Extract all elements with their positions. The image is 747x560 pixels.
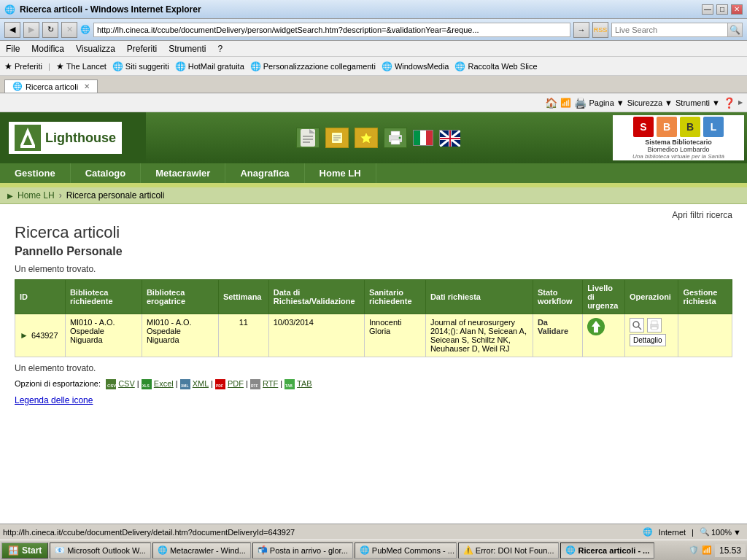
cell-settimana: 11: [218, 314, 268, 357]
scroll-right-icon[interactable]: ▶: [738, 99, 743, 106]
export-icon-rtf: RTF: [250, 379, 263, 388]
cell-bib-erog: MI010 - A.O. Ospedale Niguarda: [142, 314, 218, 357]
nav-catalogo[interactable]: Catalogo: [71, 163, 142, 183]
rss-button[interactable]: RSS: [592, 22, 608, 38]
header-italy-flag[interactable]: [413, 130, 433, 146]
svg-rect-30: [651, 321, 657, 324]
fav-raccolta[interactable]: 🌐 Raccolta Web Slice: [454, 61, 537, 71]
help-button[interactable]: ❓: [723, 97, 735, 109]
export-pdf[interactable]: PDF: [228, 379, 244, 388]
logo-icon: [15, 125, 41, 151]
header-uk-flag[interactable]: [439, 130, 460, 146]
export-tab[interactable]: TAB: [297, 379, 312, 388]
id-value: 643927: [31, 331, 58, 340]
tab-ricerca-articoli[interactable]: 🌐 Ricerca articoli ✕: [4, 79, 98, 93]
stop-button[interactable]: ✕: [61, 22, 77, 38]
svg-text:PDF: PDF: [216, 384, 223, 388]
header-print-icon[interactable]: [384, 128, 407, 148]
export-xml[interactable]: XML: [193, 379, 209, 388]
menu-file[interactable]: File: [6, 44, 20, 54]
fav-icon-5: 🌐: [382, 61, 392, 71]
tab-close-icon[interactable]: ✕: [84, 82, 90, 90]
breadcrumb-home[interactable]: Home LH: [18, 190, 55, 201]
fav-siti-label: Siti suggeriti: [125, 62, 169, 71]
rss-toolbar-icon[interactable]: 📶: [560, 98, 571, 108]
refresh-button[interactable]: ↻: [42, 22, 58, 38]
fav-windows-media[interactable]: 🌐 WindowsMedia: [382, 61, 449, 71]
svg-line-28: [638, 327, 641, 330]
status-badge: Da Validare: [538, 318, 568, 335]
cell-livello: [583, 314, 625, 357]
strumenti-button[interactable]: Strumenti ▼: [676, 98, 720, 107]
export-rtf[interactable]: RTF: [263, 379, 278, 388]
result-count-bottom: Un elemento trovato.: [15, 363, 732, 373]
fav-lancet[interactable]: ★ The Lancet: [56, 61, 107, 71]
th-stato: Stato workflow: [533, 280, 582, 314]
nav-home-lh[interactable]: Home LH: [305, 163, 376, 183]
fav-raccolta-label: Raccolta Web Slice: [468, 62, 537, 71]
panel-title: Pannello Personale: [15, 245, 732, 258]
table-row-1: ► 643927 MI010 - A.O. Ospedale Niguarda …: [15, 314, 732, 357]
back-button[interactable]: ◀: [4, 22, 20, 38]
header-star-icon[interactable]: [355, 128, 378, 148]
fav-icon-4: 🌐: [250, 61, 261, 71]
menu-modifica[interactable]: Modifica: [31, 44, 64, 54]
dettaglio-button[interactable]: Dettaglio: [630, 334, 665, 346]
favorites-button[interactable]: ★ Preferiti: [4, 61, 42, 71]
logo-box: Lighthouse: [9, 122, 122, 154]
nav-menu: Gestione Catalogo Metacrawler Anagrafica…: [0, 163, 747, 183]
menu-preferiti[interactable]: Preferiti: [127, 44, 157, 54]
cell-operazioni[interactable]: Dettaglio: [625, 314, 678, 357]
nav-gestione[interactable]: Gestione: [0, 163, 71, 183]
nav-metacrawler[interactable]: Metacrawler: [141, 163, 225, 183]
address-icon: 🌐: [80, 25, 90, 34]
maximize-button[interactable]: □: [716, 4, 728, 15]
address-input[interactable]: [93, 23, 570, 37]
print-icon[interactable]: 🖨️: [574, 97, 587, 109]
page-button[interactable]: Pagina ▼: [589, 98, 624, 107]
breadcrumb-bar: ▶ Home LH › Ricerca personale articoli: [0, 187, 747, 204]
cell-sanitario: Innocenti Gloria: [364, 314, 425, 357]
fav-siti[interactable]: 🌐 Siti suggeriti: [112, 61, 169, 71]
th-livello: Livello di urgenza: [583, 280, 625, 314]
go-button[interactable]: →: [573, 22, 589, 38]
nav-anagrafica[interactable]: Anagrafica: [225, 163, 304, 183]
filter-link[interactable]: Apri filtri ricerca: [672, 210, 732, 220]
header-edit-icon[interactable]: [325, 128, 349, 148]
tab-label: Ricerca articoli: [26, 82, 78, 91]
cell-gestione: [678, 314, 732, 357]
legend-link[interactable]: Legenda delle icone: [15, 395, 93, 405]
th-bib-erog: Biblioteca erogatrice: [142, 280, 218, 314]
home-icon[interactable]: 🏠: [545, 97, 557, 109]
menu-help[interactable]: ?: [218, 44, 223, 54]
svg-rect-2: [20, 145, 35, 148]
print-op-button[interactable]: [647, 318, 662, 332]
close-button[interactable]: ✕: [731, 4, 743, 15]
svg-rect-16: [391, 131, 400, 136]
browser-icon: 🌐: [4, 4, 15, 15]
sicurezza-button[interactable]: Sicurezza ▼: [627, 98, 673, 107]
export-csv[interactable]: CSV: [118, 379, 135, 388]
header-doc-icon[interactable]: [296, 128, 320, 148]
svg-marker-26: [592, 321, 600, 332]
fav-personalizza[interactable]: 🌐 Personalizzazione collegamenti: [250, 61, 376, 71]
search-input[interactable]: [612, 25, 727, 35]
cell-id: ► 643927: [15, 314, 66, 357]
sbbl-title: Sistema Bibliotecario: [645, 139, 712, 146]
menu-visualizza[interactable]: Visualizza: [76, 44, 115, 54]
minimize-button[interactable]: —: [702, 4, 713, 15]
export-excel[interactable]: Excel: [154, 379, 174, 388]
fav-hotmail[interactable]: 🌐 HotMail gratuita: [175, 61, 244, 71]
search-op-button[interactable]: [630, 318, 644, 332]
search-go-button[interactable]: 🔍: [727, 23, 742, 36]
th-id: ID: [15, 280, 66, 314]
browser-toolbar: 🏠 📶 🖨️ Pagina ▼ Sicurezza ▼ Strumenti ▼ …: [0, 93, 747, 112]
th-bib-rich: Biblioteca richiedente: [65, 280, 142, 314]
page-content: Lighthouse: [0, 112, 747, 524]
export-icon-xml: XML: [180, 379, 193, 388]
row-arrow-icon-2: ►: [20, 330, 28, 341]
breadcrumb-arrow: ▶: [7, 192, 13, 200]
tab-icon: 🌐: [12, 82, 23, 91]
forward-button[interactable]: ▶: [23, 22, 39, 38]
menu-strumenti[interactable]: Strumenti: [169, 44, 206, 54]
